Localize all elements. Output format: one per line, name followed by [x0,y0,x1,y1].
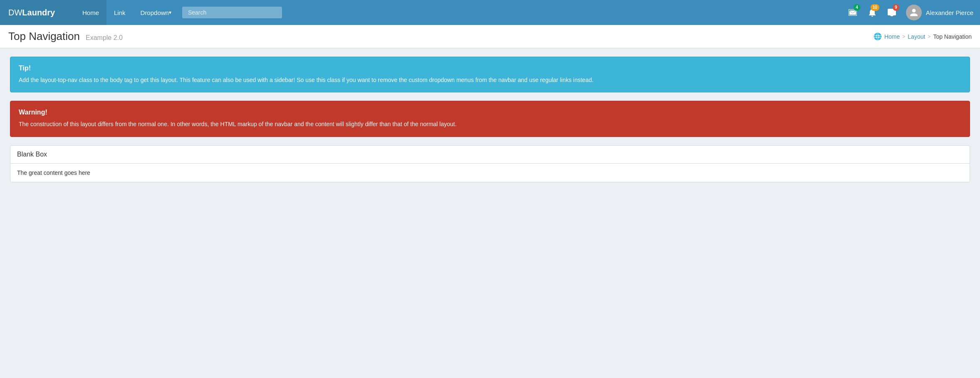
main-content: Tip! Add the layout-top-nav class to the… [0,48,980,191]
user-panel[interactable]: Alexander Pierce [902,5,973,20]
box-header: Blank Box [10,146,970,164]
search-input[interactable] [182,7,282,18]
bell-badge: 10 [871,4,879,11]
box-body: The great content goes here [10,164,970,182]
warning-alert-title: Warning! [19,109,961,116]
content-header: Top Navigation Example 2.0 🌐 Home > Layo… [0,25,980,48]
brand-name: Laundry [22,8,55,17]
warning-alert-body: The construction of this layout differs … [19,119,961,129]
email-badge: 4 [854,4,860,11]
user-name: Alexander Pierce [926,9,973,16]
chat-button[interactable]: 9 [882,0,902,25]
brand-logo[interactable]: DWLaundry [0,0,75,25]
breadcrumb-current: Top Navigation [933,33,972,40]
chat-badge: 9 [893,4,899,11]
nav-dropdown-btn[interactable]: Dropdown [133,0,179,25]
tip-alert-title: Tip! [19,65,961,72]
bell-button[interactable]: 10 [863,0,882,25]
breadcrumb-sep-2: > [928,34,931,40]
brand-dw: DW [8,8,22,17]
avatar [906,5,922,20]
avatar-icon [909,8,918,17]
page-title: Top Navigation [8,30,80,43]
nav-item-link[interactable]: Link [106,0,133,25]
page-subtitle: Example 2.0 [86,34,123,42]
email-button[interactable]: 4 [843,0,863,25]
nav-item-home[interactable]: Home [75,0,106,25]
globe-icon: 🌐 [874,32,882,40]
tip-alert-body: Add the layout-top-nav class to the body… [19,75,961,85]
main-nav: Home Link Dropdown [75,0,179,25]
header-left: Top Navigation Example 2.0 [8,30,123,43]
tip-alert: Tip! Add the layout-top-nav class to the… [10,57,970,92]
nav-item-dropdown[interactable]: Dropdown [133,0,179,25]
breadcrumb-sep-1: > [902,34,905,40]
breadcrumb-home[interactable]: Home [884,33,900,40]
search-form [182,7,282,18]
nav-link-home[interactable]: Home [75,0,106,25]
breadcrumb-layout[interactable]: Layout [908,33,925,40]
breadcrumb: 🌐 Home > Layout > Top Navigation [874,32,972,40]
navbar-right: 4 10 9 Alexander Pierce [843,0,980,25]
warning-alert: Warning! The construction of this layout… [10,101,970,137]
nav-link-link[interactable]: Link [106,0,133,25]
navbar: DWLaundry Home Link Dropdown 4 10 [0,0,980,25]
blank-box: Blank Box The great content goes here [10,145,970,182]
